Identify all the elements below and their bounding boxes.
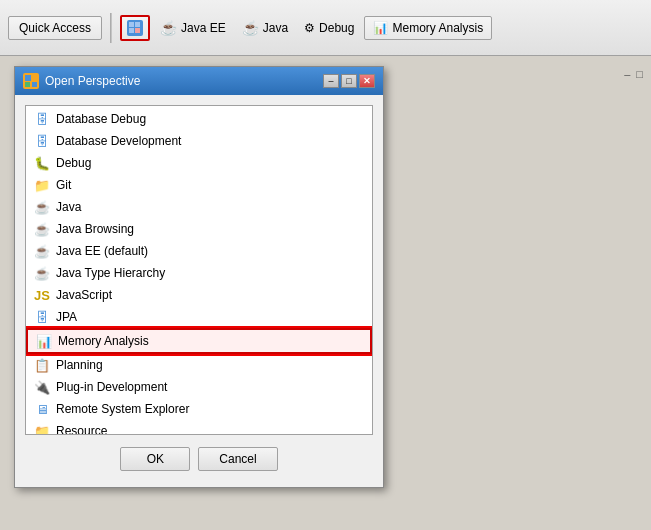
cancel-button[interactable]: Cancel bbox=[198, 447, 277, 471]
list-item-label: Debug bbox=[56, 156, 91, 170]
restore-button[interactable]: □ bbox=[636, 68, 643, 80]
svg-rect-1 bbox=[135, 22, 140, 27]
quick-access-button[interactable]: Quick Access bbox=[8, 16, 102, 40]
list-item[interactable]: 🔌Plug-in Development bbox=[26, 376, 372, 398]
minimize-button[interactable]: – bbox=[624, 68, 630, 80]
list-item[interactable]: ☕Java Type Hierarchy bbox=[26, 262, 372, 284]
db-icon: 🗄 bbox=[34, 111, 50, 127]
memory-analysis-icon: 📊 bbox=[373, 21, 388, 35]
jpa-icon: 🗄 bbox=[34, 309, 50, 325]
list-item[interactable]: 🗄Database Development bbox=[26, 130, 372, 152]
main-area: – □ Open Perspective – □ ✕ bbox=[0, 56, 651, 530]
toolbar-separator-1 bbox=[110, 13, 112, 43]
list-item-label: Planning bbox=[56, 358, 103, 372]
dialog-title-left: Open Perspective bbox=[23, 73, 140, 89]
java-browsing-icon: ☕ bbox=[34, 221, 50, 237]
debug-icon: 🐛 bbox=[34, 155, 50, 171]
svg-rect-0 bbox=[129, 22, 134, 27]
java-icon: ☕ bbox=[34, 199, 50, 215]
list-items: 🗄Database Debug🗄Database Development🐛Deb… bbox=[26, 106, 372, 435]
memory-analysis-label: Memory Analysis bbox=[392, 21, 483, 35]
git-icon: 📁 bbox=[34, 177, 50, 193]
list-item-label: Database Development bbox=[56, 134, 181, 148]
toolbar: Quick Access ☕ Java EE ☕ Java ⚙ Debug 📊 … bbox=[0, 0, 651, 56]
java-ee-button[interactable]: ☕ Java EE bbox=[154, 16, 232, 40]
list-item[interactable]: JSJavaScript bbox=[26, 284, 372, 306]
memory-analysis-button[interactable]: 📊 Memory Analysis bbox=[364, 16, 492, 40]
window-controls: – □ bbox=[624, 68, 643, 80]
svg-rect-7 bbox=[32, 82, 37, 87]
dialog-titlebar: Open Perspective – □ ✕ bbox=[15, 67, 383, 95]
java-label: Java bbox=[263, 21, 288, 35]
svg-rect-3 bbox=[135, 28, 140, 33]
list-item-label: Java bbox=[56, 200, 81, 214]
list-item-label: Git bbox=[56, 178, 71, 192]
list-item-label: Database Debug bbox=[56, 112, 146, 126]
list-item-label: Java EE (default) bbox=[56, 244, 148, 258]
dialog-content: 🗄Database Debug🗄Database Development🐛Deb… bbox=[15, 95, 383, 487]
remote-icon: 🖥 bbox=[34, 401, 50, 417]
list-item-label: Memory Analysis bbox=[58, 334, 149, 348]
memory-icon: 📊 bbox=[36, 333, 52, 349]
list-item[interactable]: ☕Java EE (default) bbox=[26, 240, 372, 262]
java-ee-icon: ☕ bbox=[34, 243, 50, 259]
perspective-icon bbox=[127, 20, 143, 36]
open-perspective-dialog: Open Perspective – □ ✕ 🗄Database Debug🗄D… bbox=[14, 66, 384, 488]
svg-rect-4 bbox=[25, 75, 31, 81]
list-item-label: Remote System Explorer bbox=[56, 402, 189, 416]
ok-button[interactable]: OK bbox=[120, 447, 190, 471]
java-button[interactable]: ☕ Java bbox=[236, 16, 294, 40]
list-item-label: JPA bbox=[56, 310, 77, 324]
svg-rect-2 bbox=[129, 28, 134, 33]
open-perspective-button[interactable] bbox=[120, 15, 150, 41]
list-item[interactable]: 🖥Remote System Explorer bbox=[26, 398, 372, 420]
debug-label: Debug bbox=[319, 21, 354, 35]
list-item-label: Java Type Hierarchy bbox=[56, 266, 165, 280]
list-item[interactable]: 📁Resource bbox=[26, 420, 372, 435]
svg-rect-6 bbox=[25, 82, 30, 87]
java-ee-label: Java EE bbox=[181, 21, 226, 35]
list-item[interactable]: 🐛Debug bbox=[26, 152, 372, 174]
java-type-icon: ☕ bbox=[34, 265, 50, 281]
list-item[interactable]: 📊Memory Analysis bbox=[26, 328, 372, 354]
dialog-minimize-btn[interactable]: – bbox=[323, 74, 339, 88]
list-item[interactable]: 📋Planning bbox=[26, 354, 372, 376]
list-item-label: Resource bbox=[56, 424, 107, 435]
dialog-close-btn[interactable]: ✕ bbox=[359, 74, 375, 88]
db-dev-icon: 🗄 bbox=[34, 133, 50, 149]
list-item[interactable]: 📁Git bbox=[26, 174, 372, 196]
java-small-icon: ☕ bbox=[242, 20, 259, 36]
planning-icon: 📋 bbox=[34, 357, 50, 373]
debug-icon: ⚙ bbox=[304, 21, 315, 35]
javascript-icon: JS bbox=[34, 287, 50, 303]
dialog-title-icon bbox=[23, 73, 39, 89]
list-item[interactable]: ☕Java bbox=[26, 196, 372, 218]
list-item-label: Java Browsing bbox=[56, 222, 134, 236]
resource-icon: 📁 bbox=[34, 423, 50, 435]
dialog-restore-btn[interactable]: □ bbox=[341, 74, 357, 88]
plugin-icon: 🔌 bbox=[34, 379, 50, 395]
list-item[interactable]: 🗄JPA bbox=[26, 306, 372, 328]
list-item-label: Plug-in Development bbox=[56, 380, 167, 394]
perspective-list[interactable]: 🗄Database Debug🗄Database Development🐛Deb… bbox=[25, 105, 373, 435]
list-item[interactable]: 🗄Database Debug bbox=[26, 108, 372, 130]
list-item[interactable]: ☕Java Browsing bbox=[26, 218, 372, 240]
dialog-buttons: OK Cancel bbox=[25, 443, 373, 477]
java-ee-icon: ☕ bbox=[160, 20, 177, 36]
dialog-title-text: Open Perspective bbox=[45, 74, 140, 88]
svg-rect-5 bbox=[32, 75, 37, 80]
debug-button[interactable]: ⚙ Debug bbox=[298, 17, 360, 39]
list-item-label: JavaScript bbox=[56, 288, 112, 302]
dialog-controls: – □ ✕ bbox=[323, 74, 375, 88]
